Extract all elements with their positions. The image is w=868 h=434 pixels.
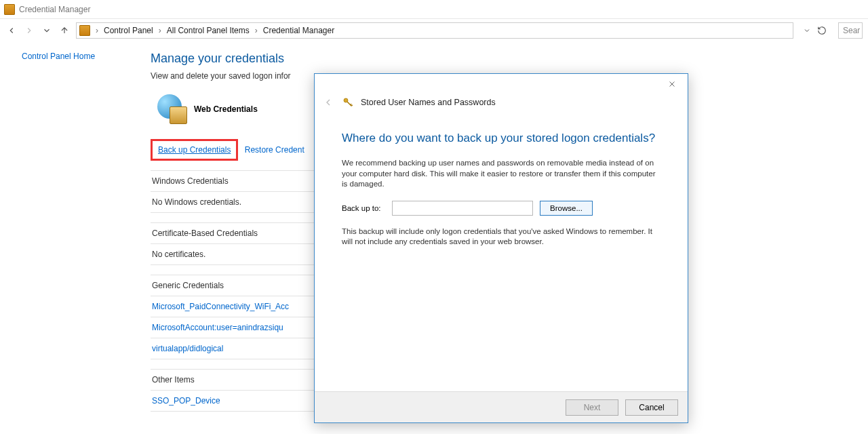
window-title: Credential Manager <box>19 5 90 14</box>
sidebar: Control Panel Home <box>22 52 151 412</box>
credential-item[interactable]: SSO_POP_Device <box>152 396 220 406</box>
dialog-heading: Where do you want to back up your stored… <box>342 131 660 146</box>
globe-safe-icon <box>157 94 187 124</box>
credential-item[interactable]: virtualapp/didlogical <box>152 344 223 353</box>
credential-item[interactable]: MicrosoftAccount:user=anindrazsiqu <box>152 323 283 332</box>
dialog-paragraph: We recommend backing up user names and p… <box>342 158 660 190</box>
backup-path-input[interactable] <box>392 201 533 216</box>
chevron-right-icon: › <box>254 26 259 35</box>
nav-recent-dropdown[interactable] <box>41 24 53 37</box>
search-placeholder: Sear <box>843 26 860 35</box>
dialog-body: Where do you want to back up your stored… <box>315 117 688 391</box>
nav-back-button[interactable] <box>5 24 18 37</box>
nav-up-button[interactable] <box>58 24 71 37</box>
cancel-button[interactable]: Cancel <box>625 399 678 416</box>
next-button[interactable]: Next <box>566 399 618 416</box>
dialog-back-button <box>321 96 335 109</box>
window-titlebar: Credential Manager <box>0 0 868 19</box>
address-dropdown[interactable] <box>802 25 812 36</box>
backup-dialog: Stored User Names and Passwords Where do… <box>314 73 688 423</box>
breadcrumb-item[interactable]: Credential Manager <box>263 26 334 35</box>
browse-button[interactable]: Browse... <box>540 201 593 216</box>
breadcrumb-item[interactable]: Control Panel <box>104 26 153 35</box>
backup-highlight: Back up Credentials <box>151 139 238 161</box>
control-panel-home-link[interactable]: Control Panel Home <box>22 52 95 61</box>
search-input[interactable]: Sear <box>838 22 863 39</box>
chevron-right-icon: › <box>157 26 163 35</box>
breadcrumb-item[interactable]: All Control Panel Items <box>167 26 250 35</box>
close-button[interactable] <box>662 77 682 92</box>
page-heading: Manage your credentials <box>151 52 854 66</box>
address-bar: › Control Panel › All Control Panel Item… <box>0 19 868 42</box>
app-icon <box>4 4 15 15</box>
dialog-title: Stored User Names and Passwords <box>361 98 496 107</box>
nav-forward-button[interactable] <box>23 24 35 37</box>
breadcrumb-icon <box>79 25 90 36</box>
web-credentials-label: Web Credentials <box>194 104 258 114</box>
dialog-header: Stored User Names and Passwords <box>315 94 688 117</box>
breadcrumb-bar[interactable]: › Control Panel › All Control Panel Item… <box>76 22 793 39</box>
credential-item[interactable]: Microsoft_PaidConnectivity_WiFi_Acc <box>152 302 289 311</box>
dialog-footer: Next Cancel <box>315 391 688 422</box>
dialog-paragraph: This backup will include only logon cred… <box>342 226 660 248</box>
backup-to-label: Back up to: <box>342 204 385 212</box>
restore-credentials-link[interactable]: Restore Credent <box>245 145 304 155</box>
svg-point-0 <box>344 98 348 102</box>
key-icon <box>342 96 354 108</box>
dialog-titlebar <box>315 74 688 94</box>
backup-credentials-link[interactable]: Back up Credentials <box>158 145 231 155</box>
refresh-button[interactable] <box>816 25 827 36</box>
chevron-right-icon: › <box>94 26 100 35</box>
